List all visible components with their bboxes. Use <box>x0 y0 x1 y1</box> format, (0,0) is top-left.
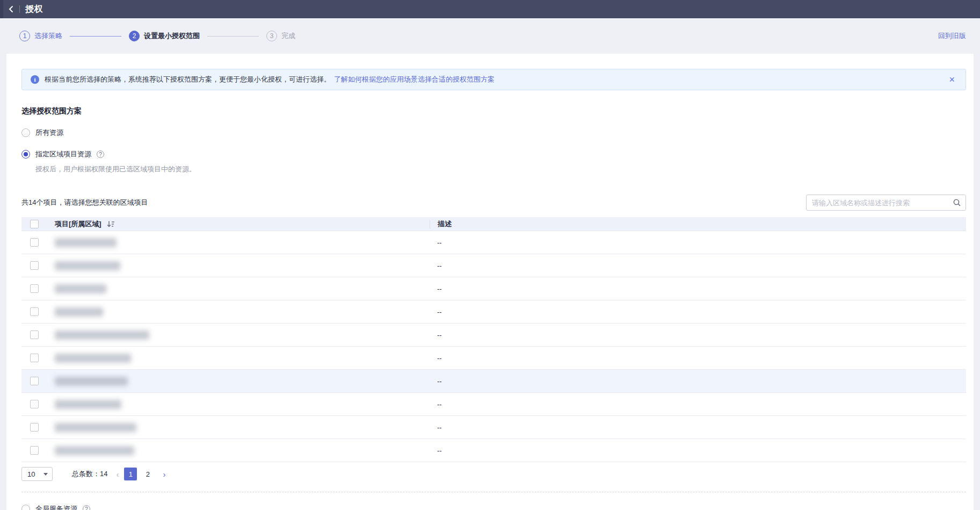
column-header-description: 描述 <box>430 220 966 228</box>
radio-option-all-resources[interactable]: 所有资源 <box>21 128 966 138</box>
project-description: -- <box>430 447 966 455</box>
table-row[interactable]: -- <box>21 324 966 347</box>
back-button[interactable] <box>3 0 19 18</box>
step-1-select-policy[interactable]: 1 选择策略 <box>19 31 62 41</box>
radio-option-region-projects[interactable]: 指定区域项目资源 ? <box>21 149 966 159</box>
page-size-select[interactable]: 10 <box>21 467 53 481</box>
radio-icon-all-resources[interactable] <box>21 128 30 137</box>
row-checkbox[interactable] <box>30 238 39 247</box>
project-description: -- <box>430 331 966 339</box>
row-checkbox[interactable] <box>30 284 39 293</box>
row-checkbox[interactable] <box>30 377 39 385</box>
redacted-project-name <box>55 261 120 270</box>
step-3-label: 完成 <box>281 31 295 41</box>
row-checkbox[interactable] <box>30 261 39 270</box>
project-description: -- <box>430 285 966 293</box>
step-connector-1 <box>70 36 121 37</box>
sort-icon[interactable] <box>107 220 115 228</box>
step-3-number: 3 <box>266 31 277 41</box>
radio-label-all-resources: 所有资源 <box>35 128 63 138</box>
row-checkbox[interactable] <box>30 354 39 362</box>
step-2-set-scope[interactable]: 2 设置最小授权范围 <box>129 31 200 41</box>
radio-icon-global-resources[interactable] <box>21 505 30 510</box>
redacted-project-name <box>55 446 134 455</box>
search-box <box>806 195 966 211</box>
banner-close-icon[interactable]: × <box>947 74 957 85</box>
info-icon: i <box>31 75 39 84</box>
row-checkbox[interactable] <box>30 423 39 432</box>
project-description: -- <box>430 262 966 270</box>
project-table-header: 项目[所属区域] 描述 <box>21 217 966 231</box>
redacted-project-name <box>55 238 117 247</box>
step-3-finish[interactable]: 3 完成 <box>266 31 295 41</box>
page-buttons: 12 <box>124 468 154 480</box>
pagination: 10 总条数：14 ‹ 12 › <box>21 467 966 481</box>
project-description: -- <box>430 239 966 247</box>
project-count-text: 共14个项目，请选择您想关联的区域项目 <box>21 198 148 207</box>
step-1-label: 选择策略 <box>34 31 62 41</box>
step-1-number: 1 <box>19 31 30 41</box>
table-row[interactable]: -- <box>21 416 966 439</box>
next-page-button[interactable]: › <box>163 470 165 479</box>
radio-option-global-resources[interactable]: 全局服务资源 ? <box>21 504 966 510</box>
dashed-divider <box>21 492 966 492</box>
table-toolbar: 共14个项目，请选择您想关联的区域项目 <box>21 195 966 211</box>
project-description: -- <box>430 377 966 385</box>
row-checkbox[interactable] <box>30 331 39 339</box>
project-table-body: -- -- -- -- <box>21 231 966 462</box>
redacted-project-name <box>55 331 149 340</box>
caret-down-icon <box>43 473 48 476</box>
redacted-project-name <box>55 377 128 386</box>
radio-label-region-projects: 指定区域项目资源 <box>35 149 91 159</box>
project-description: -- <box>430 423 966 432</box>
step-2-number: 2 <box>129 31 140 41</box>
step-2-label: 设置最小授权范围 <box>144 31 200 41</box>
topbar: 授权 <box>0 0 980 18</box>
radio-label-global-resources: 全局服务资源 <box>35 504 77 510</box>
main-card: i 根据当前您所选择的策略，系统推荐以下授权范围方案，更便于您最小化授权，可进行… <box>6 54 974 510</box>
table-row[interactable]: -- <box>21 347 966 370</box>
project-description: -- <box>430 308 966 316</box>
redacted-project-name <box>55 284 106 293</box>
step-indicator: 1 选择策略 2 设置最小授权范围 3 完成 <box>19 31 938 41</box>
search-icon[interactable] <box>953 198 961 207</box>
page-title: 授权 <box>25 4 43 15</box>
total-count-value: 14 <box>100 470 107 478</box>
total-count: 总条数：14 <box>72 469 107 479</box>
radio-icon-region-projects[interactable] <box>21 150 30 159</box>
help-icon-region-projects[interactable]: ? <box>97 150 104 158</box>
chevron-left-icon <box>8 5 15 13</box>
project-table: 项目[所属区域] 描述 -- -- <box>21 217 966 462</box>
row-checkbox[interactable] <box>30 400 39 408</box>
topbar-divider <box>19 5 20 13</box>
region-projects-hint: 授权后，用户根据权限使用已选区域项目中的资源。 <box>35 164 966 174</box>
table-row[interactable]: -- <box>21 393 966 416</box>
page-size-value: 10 <box>27 470 35 478</box>
table-row[interactable]: -- <box>21 277 966 300</box>
table-row[interactable]: -- <box>21 370 966 393</box>
step-connector-2 <box>207 36 259 37</box>
redacted-project-name <box>55 423 136 432</box>
page-button-1[interactable]: 1 <box>124 468 137 480</box>
info-banner: i 根据当前您所选择的策略，系统推荐以下授权范围方案，更便于您最小化授权，可进行… <box>21 69 966 90</box>
row-checkbox[interactable] <box>30 446 39 455</box>
previous-page-button[interactable]: ‹ <box>116 470 119 479</box>
project-description: -- <box>430 354 966 362</box>
column-header-project-region: 项目[所属区域] <box>55 219 101 229</box>
scope-section-heading: 选择授权范围方案 <box>21 106 966 116</box>
redacted-project-name <box>55 400 121 409</box>
search-input[interactable] <box>812 199 953 207</box>
banner-text: 根据当前您所选择的策略，系统推荐以下授权范围方案，更便于您最小化授权，可进行选择… <box>45 75 331 84</box>
project-description: -- <box>430 400 966 408</box>
page-button-2[interactable]: 2 <box>141 468 154 480</box>
table-row[interactable]: -- <box>21 300 966 324</box>
table-row[interactable]: -- <box>21 254 966 277</box>
help-icon-global-resources[interactable]: ? <box>83 505 90 510</box>
select-all-checkbox[interactable] <box>30 220 39 228</box>
table-row[interactable]: -- <box>21 231 966 254</box>
redacted-project-name <box>55 307 103 317</box>
back-to-old-version-link[interactable]: 回到旧版 <box>938 31 966 41</box>
row-checkbox[interactable] <box>30 307 39 316</box>
table-row[interactable]: -- <box>21 439 966 462</box>
banner-help-link[interactable]: 了解如何根据您的应用场景选择合适的授权范围方案 <box>334 75 495 84</box>
